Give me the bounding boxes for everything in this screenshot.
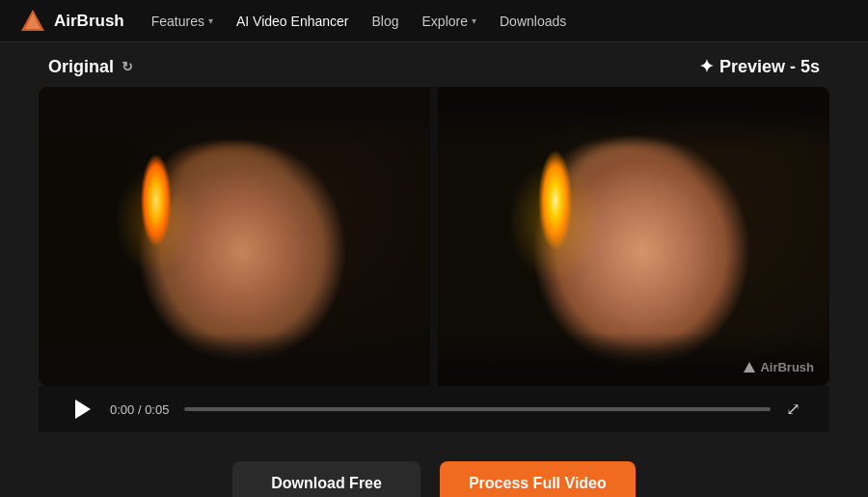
nav-features[interactable]: Features ▾ <box>151 14 213 29</box>
preview-section-title: ✦ Preview - 5s <box>699 56 820 77</box>
original-section-title: Original ↻ <box>48 56 133 77</box>
fullscreen-button[interactable]: ⤢ <box>786 399 800 420</box>
main-content: Original ↻ ✦ Preview - 5s AirBrush <box>0 42 868 448</box>
video-container: AirBrush <box>39 87 829 386</box>
airbrush-logo-icon <box>19 8 46 35</box>
sparkle-icon: ✦ <box>699 56 714 77</box>
refresh-icon[interactable]: ↻ <box>122 59 133 74</box>
bottom-actions: Download Free Process Full Video 5s prev… <box>0 448 868 497</box>
nav-ai-video[interactable]: AI Video Enhancer <box>236 14 349 29</box>
download-free-button[interactable]: Download Free <box>232 461 420 497</box>
original-video-frame <box>39 87 430 386</box>
explore-chevron-icon: ▾ <box>472 15 476 26</box>
enhanced-video-panel: AirBrush <box>438 87 829 386</box>
section-headers: Original ↻ ✦ Preview - 5s <box>39 56 829 77</box>
process-full-video-button[interactable]: Process Full Video <box>440 461 636 497</box>
time-display: 0:00 / 0:05 <box>110 402 169 417</box>
nav-blog[interactable]: Blog <box>371 14 398 29</box>
airbrush-watermark: AirBrush <box>743 360 814 374</box>
watermark-logo-icon <box>743 361 756 374</box>
play-icon <box>75 400 91 419</box>
features-chevron-icon: ▾ <box>208 15 213 26</box>
logo-text: AirBrush <box>54 12 124 31</box>
play-button[interactable] <box>68 396 95 423</box>
original-video-image <box>39 87 430 386</box>
original-video-panel <box>39 87 430 386</box>
playback-bar: 0:00 / 0:05 ⤢ <box>39 386 829 432</box>
logo[interactable]: AirBrush <box>19 8 124 35</box>
nav-links: Features ▾ AI Video Enhancer Blog Explor… <box>151 14 849 29</box>
navbar: AirBrush Features ▾ AI Video Enhancer Bl… <box>0 0 868 42</box>
svg-marker-2 <box>744 362 755 373</box>
enhanced-video-image <box>438 87 829 386</box>
progress-track[interactable] <box>184 407 771 411</box>
enhanced-video-frame: AirBrush <box>438 87 829 386</box>
nav-explore[interactable]: Explore ▾ <box>422 14 476 29</box>
action-buttons: Download Free Process Full Video <box>232 461 636 497</box>
nav-downloads[interactable]: Downloads <box>500 14 566 29</box>
